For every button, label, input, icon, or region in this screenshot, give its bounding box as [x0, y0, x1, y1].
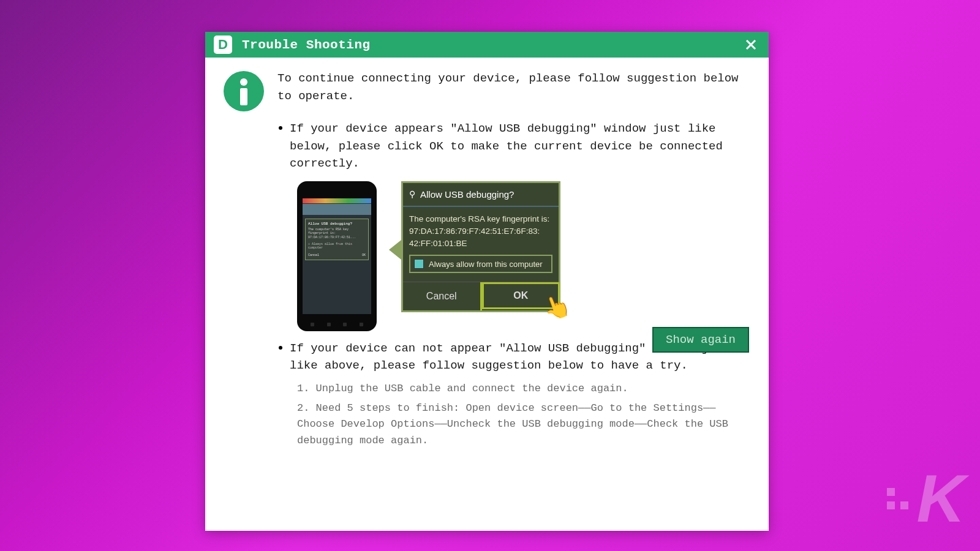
usb-dialog-title: Allow USB debugging?	[420, 189, 514, 200]
dialog-content: To continue connecting your device, plea…	[205, 58, 769, 465]
usb-body-line1: The computer's RSA key fingerprint is:	[409, 213, 552, 225]
watermark-logo: K	[887, 471, 962, 525]
step1-text: 1. Unplug the USB cable and connect the …	[297, 381, 750, 397]
usb-body-line3: 42:FF:01:01:BE	[409, 238, 552, 250]
step2-text: 2. Need 5 steps to finish: Open device s…	[297, 400, 750, 449]
bullet1-text: If your device appears "Allow USB debugg…	[290, 120, 750, 173]
checkbox-label: Always allow from this computer	[429, 260, 543, 269]
show-again-button[interactable]: Show again	[652, 327, 749, 353]
sub-steps: 1. Unplug the USB cable and connect the …	[297, 381, 750, 449]
pointer-arrow-icon	[389, 240, 401, 260]
close-button[interactable]	[742, 36, 760, 54]
close-icon	[745, 39, 756, 50]
usb-icon: ⚲	[409, 189, 415, 199]
intro-text: To continue connecting your device, plea…	[277, 70, 750, 105]
usb-debugging-dialog: ⚲ Allow USB debugging? The computer's RS…	[401, 181, 560, 313]
info-icon	[224, 71, 264, 111]
app-icon: D	[214, 36, 232, 54]
watermark-letter: K	[917, 471, 962, 525]
window-title: Trouble Shooting	[242, 38, 371, 52]
phone-mockup: Allow USB debugging? The computer's RSA …	[297, 181, 377, 331]
illustration: Allow USB debugging? The computer's RSA …	[297, 181, 750, 331]
troubleshooting-dialog: D Trouble Shooting To continue connectin…	[205, 32, 769, 531]
cancel-button[interactable]: Cancel	[403, 282, 480, 310]
ok-button[interactable]: OK 👆	[480, 282, 559, 310]
always-allow-checkbox[interactable]	[414, 259, 424, 269]
phone-dialog-title: Allow USB debugging?	[308, 222, 366, 226]
bullet-dot	[279, 126, 282, 130]
bullet-dot	[279, 346, 282, 350]
usb-body-line2: 97:DA:17:86:79:F7:42:51:E7:6F:83:	[409, 225, 552, 238]
titlebar: D Trouble Shooting	[205, 32, 769, 58]
